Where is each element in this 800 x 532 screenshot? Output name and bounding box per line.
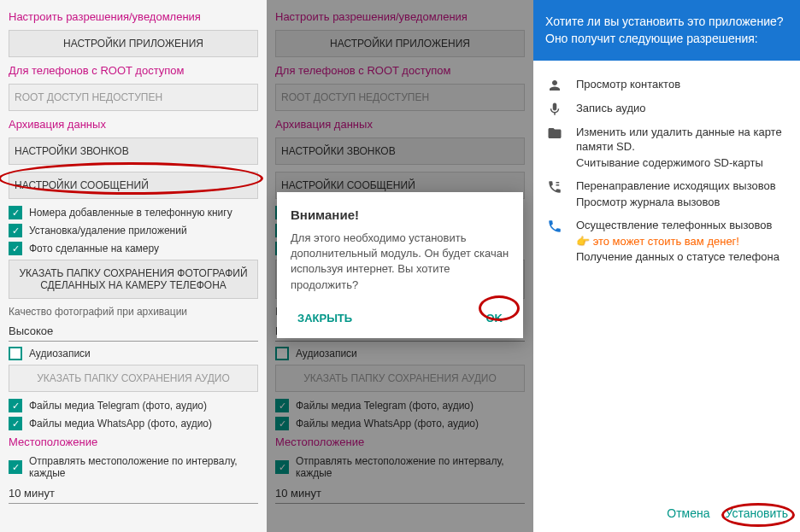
perm-phone: Осуществление телефонных вызовов👉 это мо… <box>545 219 788 266</box>
perm-audio: Запись аудио <box>545 102 788 117</box>
archive-header: Архивация данных <box>9 118 258 131</box>
dialog-ok-button[interactable]: OK <box>479 308 510 328</box>
checkbox-telegram[interactable]: ✓Файлы медиа Telegram (фото, аудио) <box>9 399 258 412</box>
quality-select[interactable]: Высокое <box>9 321 258 342</box>
check-icon: ✓ <box>9 242 22 255</box>
check-icon: ✓ <box>9 206 22 219</box>
quality-label: Качество фотографий при архивации <box>9 306 258 318</box>
check-icon: ✓ <box>9 347 22 360</box>
perm-contacts: Просмотр контактов <box>545 78 788 93</box>
perm-call-log: Перенаправление исходящих вызововПросмот… <box>545 179 788 210</box>
install-prompt-header: Хотите ли вы установить это приложение? … <box>533 0 800 61</box>
mic-icon <box>545 102 564 117</box>
call-log-icon <box>545 179 564 195</box>
permissions-header: Настроить разрешения/уведомления <box>9 10 258 23</box>
check-icon: ✓ <box>9 417 22 430</box>
phone-icon <box>545 219 564 234</box>
audio-folder-button: УКАЗАТЬ ПАПКУ СОХРАНЕНИЯ АУДИО <box>9 365 258 392</box>
checkbox-whatsapp[interactable]: ✓Файлы медиа WhatsApp (фото, аудио) <box>9 417 258 430</box>
dialog-body: Для этого необходимо установить дополнит… <box>291 231 509 293</box>
checkbox-audio[interactable]: ✓Аудиозаписи <box>9 347 258 360</box>
contacts-icon <box>545 78 564 93</box>
root-status: ROOT ДОСТУП НЕДОСТУПЕН <box>9 84 258 111</box>
dialog-close-button[interactable]: ЗАКРЫТЬ <box>291 308 359 328</box>
install-button[interactable]: Установить <box>726 506 788 520</box>
location-header: Местоположение <box>9 436 258 448</box>
checkbox-phonebook[interactable]: ✓Номера добавленные в телефонную книгу <box>9 206 258 219</box>
root-header: Для телефонов с ROOT доступом <box>9 64 258 77</box>
checkbox-location[interactable]: ✓Отправлять местоположение по интервалу,… <box>9 455 258 479</box>
messages-settings-button[interactable]: НАСТРОЙКИ СООБЩЕНИЙ <box>9 172 258 199</box>
interval-select[interactable]: 10 минут <box>9 483 258 504</box>
dialog-title: Внимание! <box>291 208 509 222</box>
app-settings-button[interactable]: НАСТРОЙКИ ПРИЛОЖЕНИЯ <box>9 30 258 57</box>
check-icon: ✓ <box>9 399 22 412</box>
check-icon: ✓ <box>9 460 22 474</box>
checkbox-apps[interactable]: ✓Установка/удаление приложений <box>9 224 258 237</box>
folder-icon <box>545 126 564 141</box>
photo-folder-button[interactable]: УКАЗАТЬ ПАПКУ СОХРАНЕНИЯ ФОТОГРАФИЙ СДЕЛ… <box>9 260 258 299</box>
permissions-list: Просмотр контактов Запись аудио Изменить… <box>533 61 800 282</box>
attention-dialog: Внимание! Для этого необходимо установит… <box>277 192 523 338</box>
checkbox-camera[interactable]: ✓Фото сделанные на камеру <box>9 242 258 255</box>
check-icon: ✓ <box>9 224 22 237</box>
perm-storage: Изменить или удалить данные на карте пам… <box>545 126 788 171</box>
cancel-button[interactable]: Отмена <box>667 506 709 520</box>
calls-settings-button[interactable]: НАСТРОЙКИ ЗВОНКОВ <box>9 137 258 165</box>
